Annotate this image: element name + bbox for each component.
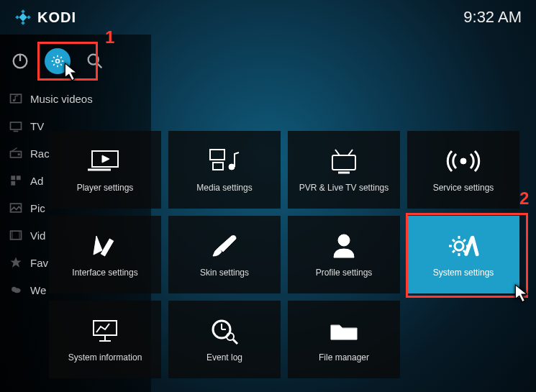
svg-point-45 [460, 158, 466, 164]
clock: 9:32 AM [463, 8, 522, 27]
tile-system-information[interactable]: System information [49, 301, 161, 378]
tile-interface-settings[interactable]: Interface settings [49, 216, 161, 293]
power-icon [10, 51, 30, 71]
sidebar-item-label: TV [30, 120, 44, 132]
svg-rect-0 [21, 9, 25, 14]
folder-icon [327, 316, 361, 345]
pvr-tv-icon [327, 147, 361, 176]
tile-media-settings[interactable]: Media settings [168, 131, 281, 209]
svg-rect-38 [210, 150, 224, 160]
power-button[interactable] [10, 51, 30, 71]
tile-pvr-settings[interactable]: PVR & Live TV settings [288, 131, 400, 209]
kodi-logo-icon [14, 9, 32, 26]
sidebar-item-music-videos[interactable]: Music videos [0, 85, 151, 112]
tile-label: System information [68, 352, 142, 363]
sidebar-item-label: Rac [30, 147, 50, 160]
media-icon [207, 147, 242, 176]
pictures-icon [9, 201, 23, 215]
svg-rect-4 [19, 13, 27, 21]
star-icon [9, 255, 23, 270]
tile-label: Player settings [77, 183, 134, 193]
tile-label: File manager [319, 352, 369, 363]
annotation-box-1 [37, 42, 98, 81]
broadcast-icon [446, 147, 481, 176]
svg-point-34 [14, 288, 21, 293]
svg-marker-32 [11, 257, 22, 268]
profile-icon [327, 232, 361, 260]
interface-icon [88, 232, 122, 260]
svg-point-23 [18, 153, 20, 155]
music-video-icon [9, 91, 23, 106]
tv-icon [9, 119, 23, 133]
svg-line-43 [348, 150, 353, 155]
svg-line-17 [98, 64, 102, 68]
tile-profile-settings[interactable]: Profile settings [288, 216, 400, 293]
tile-player-settings[interactable]: Player settings [49, 131, 161, 209]
svg-line-42 [335, 150, 340, 155]
tile-skin-settings[interactable]: Skin settings [168, 216, 281, 293]
app-name: KODI [37, 9, 76, 26]
svg-rect-2 [27, 15, 31, 19]
svg-rect-3 [21, 21, 25, 25]
sidebar-item-label: Pic [30, 202, 45, 214]
annotation-box-2 [406, 213, 528, 298]
tile-label: Media settings [196, 183, 252, 193]
sidebar-item-label: Music videos [30, 93, 93, 105]
tile-label: Skin settings [200, 268, 249, 278]
svg-rect-26 [17, 176, 21, 180]
svg-rect-39 [213, 163, 223, 170]
svg-rect-59 [94, 321, 117, 335]
tile-event-log[interactable]: Event log [168, 301, 281, 378]
addons-icon [9, 173, 23, 188]
svg-rect-20 [11, 122, 22, 129]
tile-label: Profile settings [316, 268, 373, 278]
tile-file-manager[interactable]: File manager [288, 301, 400, 378]
tile-service-settings[interactable]: Service settings [407, 131, 519, 209]
sidebar-item-label: Vid [30, 229, 45, 242]
clock-search-icon [207, 316, 242, 345]
sidebar-item-label: Fav [30, 257, 48, 269]
tile-label: PVR & Live TV settings [299, 183, 389, 193]
svg-rect-46 [101, 239, 113, 256]
annotation-number-2: 2 [519, 188, 529, 209]
radio-icon [9, 146, 23, 160]
app-logo: KODI [14, 9, 76, 26]
svg-rect-27 [11, 181, 15, 186]
svg-rect-25 [11, 176, 15, 180]
videos-icon [9, 228, 23, 242]
sidebar-item-label: We [30, 284, 46, 296]
svg-rect-1 [15, 15, 19, 19]
svg-rect-41 [332, 155, 355, 170]
tile-label: Interface settings [72, 268, 137, 278]
brush-icon [207, 232, 242, 260]
svg-line-66 [233, 339, 237, 344]
header-bar: KODI 9:32 AM [0, 0, 536, 35]
weather-icon [9, 283, 23, 297]
presentation-icon [88, 316, 122, 345]
player-icon [88, 147, 122, 176]
tile-label: Service settings [433, 183, 494, 193]
svg-point-47 [338, 234, 350, 246]
annotation-number-1: 1 [105, 27, 114, 47]
tile-label: Event log [206, 352, 242, 363]
svg-marker-36 [102, 155, 109, 163]
sidebar-item-label: Ad [30, 175, 43, 187]
svg-point-40 [229, 164, 235, 170]
